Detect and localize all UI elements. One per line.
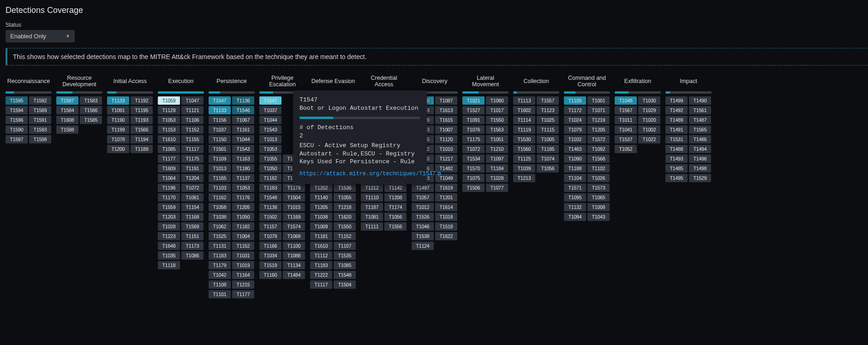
technique-cell[interactable]: T1181 — [310, 232, 332, 240]
technique-cell[interactable]: T1548 — [259, 193, 281, 202]
technique-cell[interactable]: T1102 — [587, 164, 610, 172]
technique-cell[interactable]: T1038 — [209, 213, 231, 221]
technique-cell[interactable]: T1052 — [615, 145, 637, 153]
technique-cell[interactable]: T1180 — [232, 164, 254, 172]
technique-cell[interactable]: T1105 — [564, 96, 586, 105]
technique-cell[interactable]: T1547 — [259, 96, 281, 105]
technique-cell[interactable]: T1204 — [181, 174, 204, 182]
technique-cell[interactable]: T1050 — [259, 164, 281, 172]
technique-cell[interactable]: T1550 — [486, 116, 508, 124]
technique-cell[interactable]: T1132 — [564, 203, 586, 211]
technique-cell[interactable]: T1568 — [587, 155, 610, 163]
technique-cell[interactable]: T1108 — [209, 280, 231, 289]
technique-cell[interactable]: T1501 — [209, 145, 231, 153]
technique-cell[interactable]: T1133 — [209, 106, 231, 114]
technique-cell[interactable]: T1572 — [587, 135, 610, 143]
technique-cell[interactable]: T1547 — [209, 96, 231, 105]
technique-cell[interactable]: T1075 — [462, 174, 485, 182]
technique-cell[interactable]: T1053 — [259, 145, 281, 153]
technique-cell[interactable]: T1193 — [131, 116, 153, 124]
technique-cell[interactable]: T1537 — [615, 135, 637, 143]
technique-cell[interactable]: T1138 — [259, 203, 281, 211]
technique-cell[interactable]: T1548 — [334, 271, 356, 279]
technique-cell[interactable]: T1002 — [638, 125, 660, 134]
technique-cell[interactable]: T1115 — [537, 125, 559, 134]
technique-cell[interactable]: T1043 — [587, 213, 610, 221]
technique-cell[interactable]: T1561 — [689, 106, 711, 114]
technique-cell[interactable]: T1584 — [56, 106, 78, 114]
technique-cell[interactable]: T1566 — [131, 125, 153, 134]
technique-cell[interactable]: T1591 — [29, 116, 51, 124]
technique-cell[interactable]: T1610 — [158, 135, 180, 143]
technique-cell[interactable]: T1176 — [232, 193, 254, 202]
technique-cell[interactable]: T1164 — [232, 271, 254, 279]
technique-cell[interactable]: T1140 — [310, 193, 332, 202]
technique-cell[interactable]: T1057 — [412, 193, 434, 202]
technique-cell[interactable]: T1131 — [209, 242, 231, 250]
technique-cell[interactable]: T1496 — [689, 155, 711, 163]
technique-cell[interactable]: T1034 — [259, 251, 281, 260]
technique-cell[interactable]: T1535 — [334, 251, 356, 260]
technique-cell[interactable]: T1583 — [80, 96, 102, 105]
technique-cell[interactable]: T1483 — [564, 145, 586, 153]
technique-cell[interactable]: T1026 — [587, 174, 610, 182]
technique-cell[interactable]: T1120 — [435, 135, 457, 143]
technique-cell[interactable]: T1017 — [486, 106, 508, 114]
technique-cell[interactable]: T1569 — [181, 222, 204, 231]
technique-cell[interactable]: T1161 — [232, 125, 254, 134]
technique-cell[interactable]: T1188 — [564, 164, 586, 172]
technique-cell[interactable]: T1156 — [209, 116, 231, 124]
technique-cell[interactable]: T1008 — [587, 203, 610, 211]
technique-cell[interactable]: T1078 — [259, 232, 281, 240]
technique-cell[interactable]: T1183 — [209, 251, 231, 260]
technique-cell[interactable]: T1085 — [158, 145, 180, 153]
technique-cell[interactable]: T1177 — [232, 290, 254, 298]
technique-cell[interactable]: T1598 — [29, 135, 51, 143]
technique-cell[interactable]: T1114 — [513, 116, 535, 124]
technique-cell[interactable]: T1185 — [537, 145, 559, 153]
technique-cell[interactable]: T1504 — [283, 193, 305, 202]
technique-cell[interactable]: T1497 — [412, 184, 434, 192]
technique-cell[interactable]: T1495 — [665, 174, 688, 182]
technique-cell[interactable]: T1488 — [665, 145, 688, 153]
technique-cell[interactable]: T1213 — [513, 174, 535, 182]
technique-cell[interactable]: T1152 — [181, 125, 204, 134]
technique-cell[interactable]: T1590 — [6, 125, 28, 134]
technique-cell[interactable]: T1534 — [462, 155, 485, 163]
technique-cell[interactable]: T1179 — [209, 261, 231, 269]
technique-cell[interactable]: T1085 — [334, 261, 356, 269]
technique-cell[interactable]: T1039 — [513, 164, 535, 172]
technique-cell[interactable]: T1192 — [131, 96, 153, 105]
technique-cell[interactable]: T1546 — [232, 106, 254, 114]
technique-cell[interactable]: T1163 — [232, 155, 254, 163]
technique-cell[interactable]: T1035 — [158, 251, 180, 260]
technique-cell[interactable]: T1573 — [587, 184, 610, 192]
technique-cell[interactable]: T1107 — [334, 242, 356, 250]
technique-cell[interactable]: T1567 — [615, 106, 637, 114]
technique-cell[interactable]: T1563 — [486, 125, 508, 134]
technique-cell[interactable]: T1053 — [158, 116, 180, 124]
technique-cell[interactable]: T1048 — [615, 96, 637, 105]
technique-cell[interactable]: T1081 — [361, 213, 383, 221]
technique-cell[interactable]: T1109 — [209, 155, 231, 163]
technique-cell[interactable]: T1121 — [181, 106, 204, 114]
technique-cell[interactable]: T1129 — [158, 106, 180, 114]
technique-cell[interactable]: T1157 — [259, 222, 281, 231]
technique-cell[interactable]: T1588 — [56, 125, 78, 134]
technique-cell[interactable]: T1215 — [232, 280, 254, 289]
technique-cell[interactable]: T1183 — [259, 184, 281, 192]
technique-cell[interactable]: T1044 — [232, 135, 254, 143]
technique-cell[interactable]: T1499 — [665, 96, 688, 105]
technique-cell[interactable]: T1030 — [638, 96, 660, 105]
technique-cell[interactable]: T1019 — [232, 261, 254, 269]
technique-cell[interactable]: T1177 — [158, 155, 180, 163]
technique-cell[interactable]: T1179 — [283, 184, 305, 192]
technique-cell[interactable]: T1202 — [310, 184, 332, 192]
technique-cell[interactable]: T1200 — [107, 145, 129, 153]
technique-cell[interactable]: T1210 — [486, 145, 508, 153]
technique-cell[interactable]: T1169 — [283, 213, 305, 221]
technique-cell[interactable]: T1011 — [615, 116, 637, 124]
technique-cell[interactable]: T1212 — [361, 184, 383, 192]
technique-cell[interactable]: T1597 — [6, 135, 28, 143]
technique-cell[interactable]: T1110 — [361, 193, 383, 202]
